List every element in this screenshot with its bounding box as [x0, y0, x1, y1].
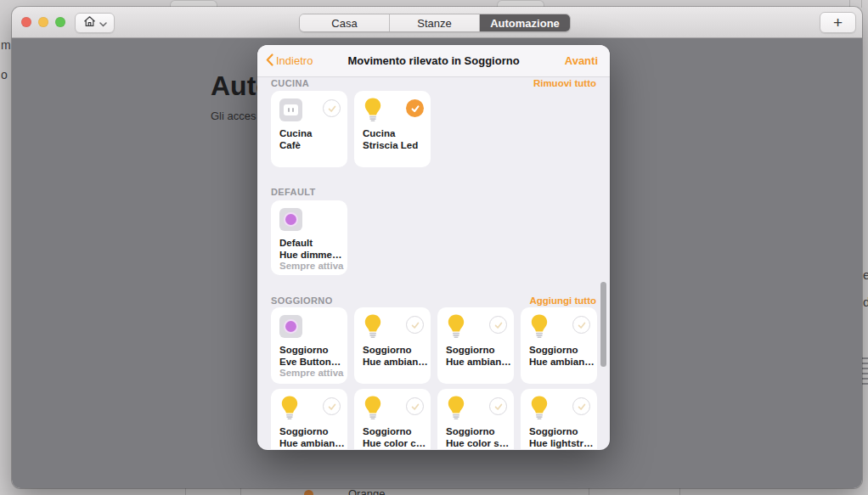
- background-table-divider: [679, 488, 680, 495]
- background-window-divider: [861, 0, 862, 8]
- card-title: Soggiorno Hue color c…: [363, 426, 426, 449]
- section-header-soggiorno: SOGGIORNO Aggiungi tutto: [271, 295, 596, 306]
- section-title: DEFAULT: [271, 187, 316, 197]
- background-table-divider: [589, 488, 589, 495]
- background-window-strip: [0, 488, 868, 495]
- accessory-card-hue-color-c[interactable]: Soggiorno Hue color c…: [354, 389, 431, 449]
- button-icon: [279, 208, 302, 231]
- add-button[interactable]: +: [820, 12, 856, 33]
- accessory-card-hue-ambiance[interactable]: Soggiorno Hue ambian…: [271, 389, 347, 449]
- selection-circle-unselected[interactable]: [489, 397, 507, 415]
- bulb-icon: [530, 396, 549, 419]
- accessory-card-cucina-striscia-led[interactable]: Cucina Striscia Led: [354, 91, 431, 167]
- chevron-down-icon: [99, 15, 107, 31]
- bulb-icon: [364, 98, 382, 121]
- card-title: Soggiorno Hue color s…: [446, 426, 509, 449]
- background-text-fragment: e: [863, 267, 868, 282]
- accessory-card-hue-ambiance[interactable]: Soggiorno Hue ambian…: [354, 307, 431, 384]
- accessory-card-hue-lightstrip[interactable]: Soggiorno Hue lightstr…: [521, 389, 597, 449]
- cucina-cards-row: Cucina Cafè Cucina Striscia Led: [271, 91, 596, 167]
- page-subtitle-fragment: Gli acces: [211, 110, 256, 122]
- home-menu-button[interactable]: [75, 13, 115, 33]
- zoom-window-button[interactable]: [55, 17, 65, 27]
- background-line: [862, 368, 868, 369]
- view-segmented-control: Casa Stanze Automazione: [299, 14, 571, 32]
- background-line: [862, 373, 868, 374]
- section-header-cucina: CUCINA Rimuovi tutto: [271, 78, 596, 88]
- tab-stanze[interactable]: Stanze: [390, 14, 480, 31]
- card-title: Soggiorno Eve Button… Sempre attiva: [279, 345, 343, 380]
- accessory-card-hue-color-s[interactable]: Soggiorno Hue color s…: [437, 389, 514, 449]
- selection-circle-unselected[interactable]: [323, 99, 341, 117]
- accessory-card-hue-ambiance[interactable]: Soggiorno Hue ambian…: [437, 307, 514, 384]
- orange-color-dot: [304, 490, 313, 495]
- card-status: Sempre attiva: [279, 368, 343, 380]
- close-window-button[interactable]: [21, 17, 31, 27]
- background-line: [862, 363, 868, 364]
- card-title: Default Hue dimme… Sempre attiva: [279, 238, 343, 273]
- selection-circle-selected[interactable]: [406, 99, 424, 117]
- scrollbar-thumb[interactable]: [600, 282, 606, 367]
- card-title: Soggiorno Hue ambian…: [279, 426, 345, 449]
- accessory-card-eve-button[interactable]: Soggiorno Eve Button… Sempre attiva: [271, 307, 347, 384]
- selection-circle-unselected[interactable]: [323, 397, 341, 415]
- sheet-header: Indietro Movimento rilevato in Soggiorno…: [257, 45, 610, 77]
- background-row-label: Orange: [348, 487, 385, 495]
- home-icon: [83, 15, 96, 31]
- add-all-link[interactable]: Aggiungi tutto: [529, 295, 596, 306]
- sheet-title: Movimento rilevato in Soggiorno: [257, 54, 610, 67]
- selection-circle-unselected[interactable]: [572, 397, 590, 415]
- outlet-icon: [279, 98, 302, 121]
- background-table-divider: [240, 488, 241, 495]
- background-text-fragment: o: [1, 68, 8, 82]
- card-title: Soggiorno Hue ambian…: [363, 345, 428, 368]
- background-line: [862, 378, 868, 380]
- bulb-icon: [364, 396, 382, 419]
- card-title: Soggiorno Hue ambian…: [446, 345, 511, 368]
- bulb-icon: [530, 314, 549, 338]
- default-cards-row: Default Hue dimme… Sempre attiva: [271, 200, 596, 275]
- background-table-divider: [185, 488, 186, 495]
- background-line: [862, 383, 868, 385]
- card-title: Soggiorno Hue lightstr…: [529, 426, 593, 449]
- automation-accessories-sheet: Indietro Movimento rilevato in Soggiorno…: [257, 45, 610, 450]
- selection-circle-unselected[interactable]: [489, 316, 507, 334]
- next-button[interactable]: Avanti: [565, 54, 598, 67]
- soggiorno-cards-row-2: Soggiorno Hue ambian… Soggiorno Hue colo…: [271, 389, 596, 449]
- tab-casa[interactable]: Casa: [300, 14, 390, 31]
- bulb-icon: [447, 396, 465, 419]
- accessory-card-cucina-cafe[interactable]: Cucina Cafè: [271, 91, 347, 167]
- background-text-fragment: d: [863, 295, 868, 309]
- background-text-fragment: m: [1, 38, 11, 52]
- selection-circle-unselected[interactable]: [406, 316, 424, 334]
- section-title: SOGGIORNO: [271, 295, 333, 306]
- minimize-window-button[interactable]: [38, 17, 48, 27]
- card-title: Cucina Striscia Led: [363, 128, 418, 151]
- toolbar: Casa Stanze Automazione +: [12, 7, 862, 38]
- section-title: CUCINA: [271, 78, 309, 88]
- bulb-icon: [447, 314, 465, 338]
- card-title: Soggiorno Hue ambian…: [529, 345, 595, 368]
- bulb-icon: [364, 314, 382, 338]
- selection-circle-unselected[interactable]: [572, 316, 590, 334]
- accessory-scroll-area[interactable]: CUCINA Rimuovi tutto Cucina Cafè: [257, 77, 610, 449]
- accessory-card-hue-ambiance[interactable]: Soggiorno Hue ambian…: [521, 307, 597, 384]
- remove-all-link[interactable]: Rimuovi tutto: [533, 78, 596, 88]
- bulb-icon: [280, 396, 299, 419]
- accessory-card-default-hue-dimmer[interactable]: Default Hue dimme… Sempre attiva: [271, 200, 347, 275]
- selection-circle-unselected[interactable]: [406, 397, 424, 415]
- button-icon: [279, 315, 302, 338]
- section-header-default: DEFAULT: [271, 187, 596, 197]
- card-title: Cucina Cafè: [279, 128, 312, 151]
- soggiorno-cards-row-1: Soggiorno Eve Button… Sempre attiva Sogg…: [271, 307, 596, 384]
- tab-automazione[interactable]: Automazione: [480, 14, 570, 31]
- card-status: Sempre attiva: [279, 261, 343, 273]
- background-line: [862, 357, 868, 359]
